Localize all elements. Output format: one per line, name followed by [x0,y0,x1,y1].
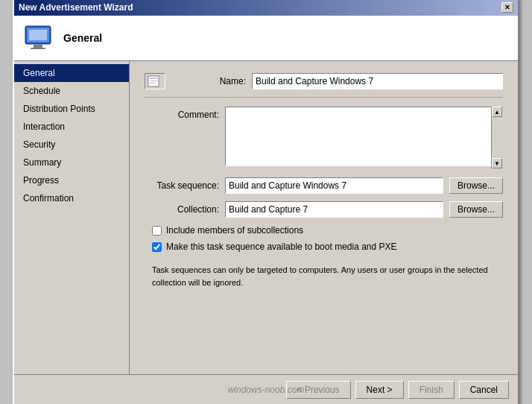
boot-media-checkbox[interactable] [152,242,162,252]
watermark: windows-noob.com [228,385,305,395]
checkbox1-row: Include members of subcollections [145,225,503,236]
sidebar: General Schedule Distribution Points Int… [14,61,130,374]
name-label: Name: [171,76,246,86]
finish-button[interactable]: Finish [408,381,455,399]
svg-rect-3 [31,48,45,49]
collection-browse-button[interactable]: Browse... [449,201,503,218]
close-button[interactable]: ✕ [501,2,513,13]
name-icon-box [145,73,165,89]
name-row: Name: [145,73,503,98]
main-content: General Schedule Distribution Points Int… [14,61,518,374]
subcollections-label: Include members of subcollections [166,225,303,236]
svg-rect-8 [150,81,157,81]
svg-rect-7 [150,78,157,79]
svg-rect-2 [34,45,42,48]
collection-input[interactable] [225,201,443,218]
next-button[interactable]: Next > [355,381,404,399]
title-bar-buttons: ✕ [501,2,513,13]
task-sequence-row: Task sequence: Browse... [145,177,503,194]
name-input[interactable] [252,73,503,89]
checkbox2-row: Make this task sequence available to boo… [145,242,503,252]
comment-label: Comment: [145,107,219,120]
header-area: General [14,16,518,61]
sidebar-item-confirmation[interactable]: Confirmation [14,189,129,207]
subcollections-checkbox[interactable] [152,226,162,236]
header-icon [23,23,53,53]
footer: windows-noob.com < Previous Next > Finis… [14,374,518,404]
main-window: New Advertisement Wizard ✕ General Gener… [13,0,519,404]
svg-rect-9 [150,83,155,83]
sidebar-item-interaction[interactable]: Interaction [14,118,129,136]
window-title: New Advertisement Wizard [19,2,133,13]
sidebar-item-security[interactable]: Security [14,136,129,154]
form-area: Name: Comment: ▲ ▼ Task sequence: Brows [130,61,518,374]
sidebar-item-distribution-points[interactable]: Distribution Points [14,100,129,118]
document-icon [148,75,162,87]
collection-row: Collection: Browse... [145,201,503,218]
title-bar: New Advertisement Wizard ✕ [14,0,518,16]
header-title: General [63,32,102,44]
task-sequence-label: Task sequence: [145,180,219,191]
cancel-button[interactable]: Cancel [459,381,509,399]
task-sequence-input[interactable] [225,177,443,194]
info-text: Task sequences can only be targeted to c… [145,264,503,288]
sidebar-item-progress[interactable]: Progress [14,171,129,189]
comment-row: Comment: ▲ ▼ [145,107,503,168]
scroll-down[interactable]: ▼ [492,158,502,168]
svg-rect-4 [29,30,47,40]
comment-wrapper: ▲ ▼ [225,107,503,168]
sidebar-item-summary[interactable]: Summary [14,154,129,171]
sidebar-item-schedule[interactable]: Schedule [14,82,129,100]
boot-media-label: Make this task sequence available to boo… [166,242,397,252]
comment-textarea[interactable] [225,107,503,166]
scroll-up[interactable]: ▲ [492,107,502,117]
task-sequence-browse-button[interactable]: Browse... [449,177,503,194]
collection-label: Collection: [145,204,219,215]
sidebar-item-general[interactable]: General [14,64,129,82]
scrollbar[interactable]: ▲ ▼ [491,107,503,168]
